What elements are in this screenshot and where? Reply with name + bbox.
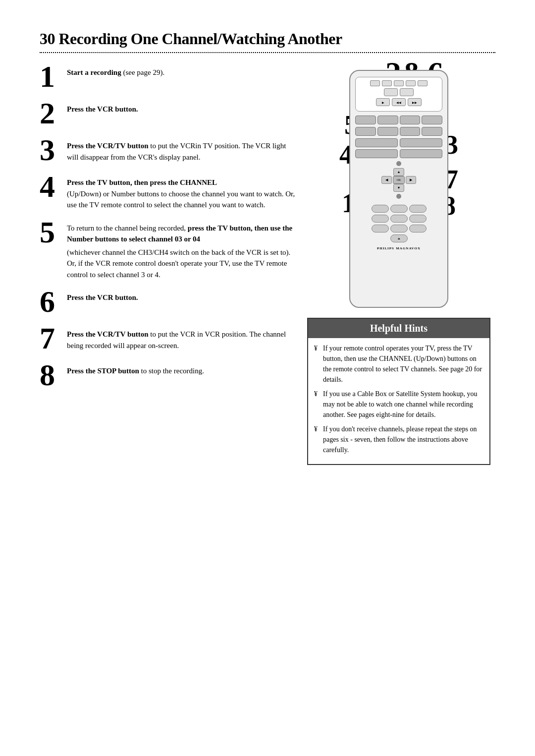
remote-btn-3 xyxy=(394,80,404,86)
nav-cluster-wrapper: ▲ ◀ OK ▶ ▼ xyxy=(355,161,442,201)
step-1-content: Start a recording (see page 29). xyxy=(67,65,297,78)
remote-play-btn: ▶ xyxy=(376,98,390,106)
step-number-6: 6 xyxy=(40,286,62,317)
step-4-normal: (Up/Down) or Number buttons to choose th… xyxy=(67,190,295,209)
step-6-content: Press the VCR button. xyxy=(67,290,297,303)
remote-wide-btn-3 xyxy=(355,149,398,158)
helpful-hints-body: ¥ If your remote control operates your T… xyxy=(308,338,489,464)
remote-cluster-row-2 xyxy=(355,215,442,223)
step-2-content: Press the VCR button. xyxy=(67,102,297,115)
left-column: 1 Start a recording (see page 29). 2 Pre… xyxy=(40,65,297,465)
step-6: 6 Press the VCR button. xyxy=(40,290,297,317)
remote-wide-btn-1 xyxy=(355,138,398,147)
step-5-extra: (whichever channel the CH3/CH4 switch on… xyxy=(67,247,297,281)
hint-text-2: If you use a Cable Box or Satellite Syst… xyxy=(323,389,483,420)
helpful-hints-box: Helpful Hints ¥ If your remote control o… xyxy=(307,318,490,465)
nav-row-top: ▲ xyxy=(381,168,416,176)
hint-text-1: If your remote control operates your TV,… xyxy=(323,343,483,385)
step-1-normal: (see page 29). xyxy=(121,68,164,76)
nav-up-btn: ▲ xyxy=(393,168,404,176)
right-column: 2&6 5 4 3 7 1 8 xyxy=(307,65,490,465)
remote-vcr-btn xyxy=(384,88,398,96)
remote-oval-1 xyxy=(372,205,389,213)
remote-oval-4 xyxy=(372,215,389,223)
page-title: 30 Recording One Channel/Watching Anothe… xyxy=(40,30,495,48)
remote-display-section: ▶ ◀◀ ▶▶ xyxy=(355,77,442,112)
remote-row-1 xyxy=(358,80,440,86)
hint-bullet-3: ¥ xyxy=(314,424,321,455)
step-5-intro: To return to the channel being recorded, xyxy=(67,224,188,232)
remote-rew-btn: ◀◀ xyxy=(392,98,406,106)
hint-item-3: ¥ If you don't receive channels, please … xyxy=(314,424,483,455)
remote-container: 2&6 5 4 3 7 1 8 xyxy=(339,70,458,308)
remote-body: ▶ ◀◀ ▶▶ xyxy=(349,70,448,308)
remote-eject-btn: ⏏ xyxy=(390,234,408,242)
remote-btn-1 xyxy=(370,80,380,86)
remote-oval-6 xyxy=(409,215,427,223)
step-2-bold: Press the VCR button. xyxy=(67,105,138,113)
nav-left-btn: ◀ xyxy=(381,176,392,184)
step-number-2: 2 xyxy=(40,98,62,128)
remote-oval-9 xyxy=(409,225,427,233)
remote-nav-cluster: ▲ ◀ OK ▶ ▼ xyxy=(381,161,416,201)
remote-subbrand: MAGNAVOX xyxy=(396,246,421,250)
remote-row-2 xyxy=(358,88,440,96)
step-1-bold: Start a recording xyxy=(67,68,121,76)
remote-ff-btn: ▶▶ xyxy=(408,98,422,106)
remote-eject-row: ⏏ xyxy=(355,234,442,242)
remote-wide-row xyxy=(355,138,442,147)
remote-bottom: ⏏ PHILIPS MAGNAVOX xyxy=(355,205,442,250)
step-8-normal: to stop the recording. xyxy=(139,367,204,375)
remote-mid-btn-3 xyxy=(400,116,421,124)
remote-mid-btn-2 xyxy=(377,116,398,124)
main-layout: 1 Start a recording (see page 29). 2 Pre… xyxy=(40,65,495,465)
nav-row-mid: ◀ OK ▶ xyxy=(381,176,416,184)
remote-mid-btn-5 xyxy=(355,127,376,136)
step-7: 7 Press the VCR/TV button to put the VCR… xyxy=(40,327,297,353)
step-number-3: 3 xyxy=(40,134,62,165)
step-6-bold: Press the VCR button. xyxy=(67,293,138,301)
remote-oval-7 xyxy=(372,225,389,233)
remote-oval-5 xyxy=(390,215,408,223)
step-5-content: To return to the channel being recorded,… xyxy=(67,221,297,281)
remote-mid-btn-4 xyxy=(422,116,442,124)
helpful-hints-header: Helpful Hints xyxy=(308,319,489,338)
hint-item-1: ¥ If your remote control operates your T… xyxy=(314,343,483,385)
section-divider xyxy=(40,52,495,53)
remote-indicator-bot xyxy=(396,194,401,199)
remote-oval-8 xyxy=(390,225,408,233)
remote-mid-btn-1 xyxy=(355,116,376,124)
step-number-7: 7 xyxy=(40,323,62,353)
hint-bullet-1: ¥ xyxy=(314,343,321,385)
remote-cluster-row-3 xyxy=(355,225,442,233)
hint-text-3: If you don't receive channels, please re… xyxy=(323,424,483,455)
remote-mid-section xyxy=(355,116,442,158)
step-8-content: Press the STOP button to stop the record… xyxy=(67,363,297,377)
step-7-bold: Press the VCR/TV button xyxy=(67,330,149,338)
nav-right-btn: ▶ xyxy=(406,176,416,184)
remote-indicator-top xyxy=(396,161,401,166)
step-8-bold: Press the STOP button xyxy=(67,367,139,375)
nav-row-bot: ▼ xyxy=(381,184,416,192)
remote-btn-5 xyxy=(418,80,428,86)
remote-wide-btn-4 xyxy=(400,149,442,158)
remote-wide-row-2 xyxy=(355,149,442,158)
remote-btn-2 xyxy=(382,80,392,86)
remote-mid-btn-8 xyxy=(422,127,442,136)
step-number-8: 8 xyxy=(40,359,62,390)
step-4-bold: Press the TV button, then press the CHAN… xyxy=(67,178,217,186)
remote-row-3: ▶ ◀◀ ▶▶ xyxy=(358,98,440,106)
remote-grid-1 xyxy=(355,116,442,124)
remote-cluster-row-1 xyxy=(355,205,442,213)
remote-mid-btn-7 xyxy=(400,127,421,136)
nav-center-btn: OK xyxy=(393,176,405,184)
step-1: 1 Start a recording (see page 29). xyxy=(40,65,297,92)
hint-bullet-2: ¥ xyxy=(314,389,321,420)
remote-tv-btn xyxy=(400,88,414,96)
step-3-content: Press the VCR/TV button to put the VCRin… xyxy=(67,138,297,163)
step-4-content: Press the TV button, then press the CHAN… xyxy=(67,175,297,211)
step-number-1: 1 xyxy=(40,61,62,92)
remote-mid-btn-6 xyxy=(377,127,398,136)
step-2: 2 Press the VCR button. xyxy=(40,102,297,128)
remote-brand: PHILIPS MAGNAVOX xyxy=(355,245,442,250)
